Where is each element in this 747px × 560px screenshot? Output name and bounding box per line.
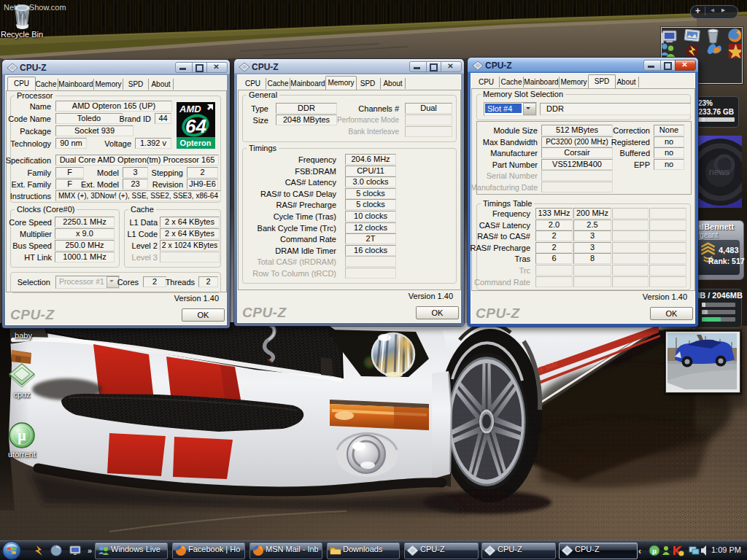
- svg-text:news: news: [709, 167, 729, 177]
- svg-text:»: »: [88, 546, 92, 555]
- svg-text:μ: μ: [652, 547, 657, 555]
- svg-text:Opteron: Opteron: [180, 139, 212, 147]
- svg-text:μ: μ: [18, 427, 26, 444]
